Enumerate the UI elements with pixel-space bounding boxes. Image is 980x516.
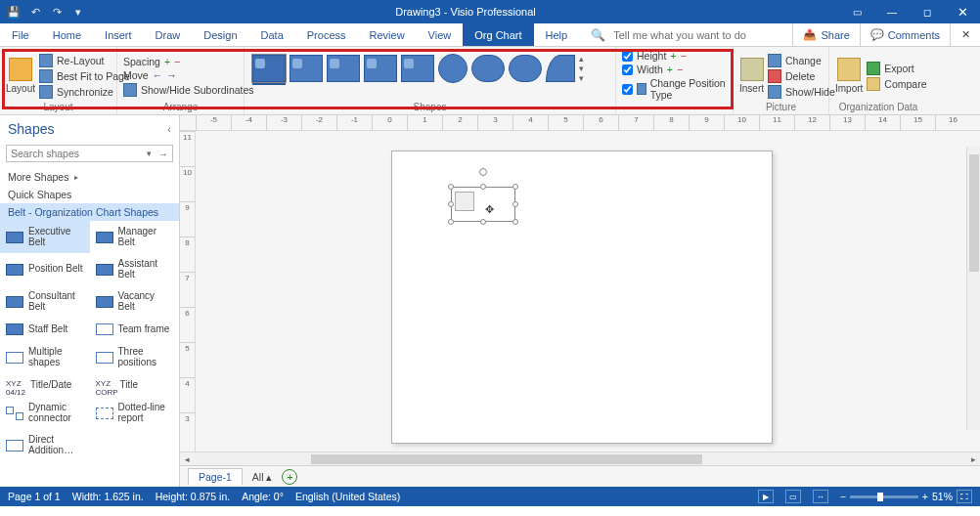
close-icon[interactable]: ✕ <box>945 0 980 23</box>
close-child-icon[interactable]: ✕ <box>951 28 980 41</box>
shape-style-7[interactable] <box>471 55 505 82</box>
tab-process[interactable]: Process <box>295 23 358 46</box>
quick-shapes-link[interactable]: Quick Shapes <box>0 186 179 203</box>
change-position-type-option[interactable]: Change Position Type <box>622 77 727 101</box>
tab-draw[interactable]: Draw <box>144 23 193 46</box>
tab-insert[interactable]: Insert <box>93 23 144 46</box>
add-page-button[interactable]: + <box>282 469 297 485</box>
selected-shape[interactable]: ✥ <box>451 187 515 222</box>
resize-handle[interactable] <box>448 201 454 207</box>
compare-button[interactable]: Compare <box>867 77 926 91</box>
share-button[interactable]: 📤Share <box>792 23 860 47</box>
shape-style-6[interactable] <box>438 54 468 83</box>
tab-file[interactable]: File <box>0 23 41 46</box>
shapes-search[interactable]: ▾ → <box>6 145 173 162</box>
layout-button[interactable]: Layout <box>6 50 35 102</box>
shape-style-3[interactable] <box>327 55 360 82</box>
fit-width-icon[interactable]: ↔ <box>813 490 828 503</box>
shape-style-4[interactable] <box>364 55 397 82</box>
tab-org-chart[interactable]: Org Chart <box>463 23 533 46</box>
shape-multiple-shapes[interactable]: Multiple shapes <box>0 341 90 373</box>
shape-style-2[interactable] <box>290 55 323 82</box>
best-fit-button[interactable]: Best Fit to Page <box>39 69 130 83</box>
resize-handle[interactable] <box>448 219 454 225</box>
shape-vacancy-belt[interactable]: Vacancy Belt <box>90 285 180 318</box>
scrollbar-vertical[interactable] <box>966 147 980 430</box>
shape-three-positions[interactable]: Three positions <box>90 341 180 373</box>
more-shapes-link[interactable]: More Shapes▸ <box>0 168 179 186</box>
shape-title-date[interactable]: XYZ04/12Title/Date <box>0 373 90 397</box>
resize-handle[interactable] <box>512 184 518 190</box>
shape-position-belt[interactable]: Position Belt <box>0 253 90 285</box>
resize-handle[interactable] <box>448 184 454 190</box>
shape-consultant-belt[interactable]: Consultant Belt <box>0 285 90 318</box>
search-dropdown-icon[interactable]: ▾ <box>144 149 155 158</box>
search-icon[interactable]: 🔍 <box>591 28 605 42</box>
drawing-page[interactable]: ✥ <box>391 150 773 444</box>
shape-team-frame[interactable]: Team frame <box>90 318 180 341</box>
shape-manager-belt[interactable]: Manager Belt <box>90 221 180 253</box>
rotate-handle-icon[interactable] <box>479 168 487 176</box>
page-tab-1[interactable]: Page-1 <box>188 468 243 485</box>
ribbon-options-icon[interactable]: ▭ <box>839 0 874 23</box>
minimize-icon[interactable]: — <box>874 0 910 23</box>
shape-style-8[interactable] <box>509 55 542 82</box>
presentation-mode-icon[interactable]: ▶ <box>758 490 774 503</box>
fit-window-icon[interactable]: ⛶ <box>957 490 972 503</box>
shape-executive-belt[interactable]: Executive Belt <box>0 221 90 253</box>
relayout-button[interactable]: Re-Layout <box>39 54 130 67</box>
tab-design[interactable]: Design <box>192 23 248 46</box>
resize-handle[interactable] <box>512 201 518 207</box>
tab-review[interactable]: Review <box>358 23 417 46</box>
all-pages-dropdown[interactable]: All ▴ <box>252 471 273 483</box>
shapes-gallery-more[interactable]: ▴▾▾ <box>579 54 593 83</box>
tab-data[interactable]: Data <box>249 23 295 46</box>
shape-assistant-belt[interactable]: Assistant Belt <box>90 253 180 285</box>
zoom-out-button[interactable]: − <box>840 491 846 502</box>
zoom-in-button[interactable]: + <box>922 491 928 502</box>
showhide-picture-button[interactable]: Show/Hide <box>768 85 835 99</box>
spacing-button[interactable]: Spacing + − <box>123 56 254 67</box>
resize-handle[interactable] <box>512 219 518 225</box>
scrollbar-horizontal[interactable]: ◂▸ <box>180 452 980 465</box>
undo-icon[interactable]: ↶ <box>27 4 43 20</box>
import-button[interactable]: Import <box>835 50 863 102</box>
height-option[interactable]: Height + − <box>622 50 727 62</box>
change-picture-button[interactable]: Change <box>768 54 835 67</box>
search-input[interactable] <box>7 148 144 159</box>
fit-page-icon[interactable]: ▭ <box>785 490 801 503</box>
delete-picture-button[interactable]: Delete <box>768 69 835 83</box>
export-button[interactable]: Export <box>867 62 926 75</box>
tab-home[interactable]: Home <box>41 23 93 46</box>
zoom-slider[interactable] <box>850 495 918 498</box>
shape-dynamic-connector[interactable]: Dynamic connector <box>0 397 90 429</box>
shape-style-9[interactable] <box>546 55 575 82</box>
shape-style-1[interactable] <box>252 55 286 82</box>
shapes-category[interactable]: Belt - Organization Chart Shapes <box>0 203 179 221</box>
tell-me-input[interactable]: Tell me what you want to do <box>613 29 746 41</box>
tab-view[interactable]: View <box>417 23 464 46</box>
resize-handle[interactable] <box>480 184 486 190</box>
shape-direct-addition[interactable]: Direct Addition… <box>0 429 90 461</box>
canvas[interactable]: ✥ <box>196 131 980 465</box>
move-button[interactable]: Move ← → <box>123 69 254 81</box>
shape-dotted-line-report[interactable]: Dotted-line report <box>90 397 180 429</box>
status-language[interactable]: English (United States) <box>295 491 400 502</box>
resize-handle[interactable] <box>480 219 486 225</box>
shape-title[interactable]: XYZCORPTitle <box>90 373 180 397</box>
shapes-collapse-icon[interactable]: ‹ <box>167 123 171 135</box>
comments-button[interactable]: 💬Comments <box>861 23 951 47</box>
tab-help[interactable]: Help <box>534 23 580 46</box>
shape-staff-belt[interactable]: Staff Belt <box>0 318 90 341</box>
show-hide-subordinates-button[interactable]: Show/Hide Subordinates <box>123 83 254 97</box>
insert-picture-button[interactable]: Insert <box>739 50 764 102</box>
zoom-level[interactable]: 51% <box>932 491 953 502</box>
width-option[interactable]: Width + − <box>622 64 727 75</box>
qlcustomize-icon[interactable]: ▾ <box>70 4 86 20</box>
shape-style-5[interactable] <box>401 55 434 82</box>
save-icon[interactable]: 💾 <box>6 4 22 20</box>
search-go-icon[interactable]: → <box>155 149 172 159</box>
synchronize-button[interactable]: Synchronize <box>39 85 130 99</box>
redo-icon[interactable]: ↷ <box>49 4 65 20</box>
maximize-icon[interactable]: ◻ <box>910 0 945 23</box>
